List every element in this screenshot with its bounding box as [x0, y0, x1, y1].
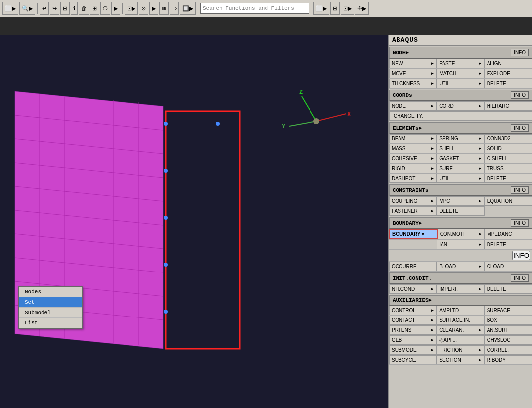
viewport-3d[interactable]: Z X Y FIL ⊞ ⟳ ⊟ ▦ ≡: [0, 35, 388, 408]
section-coords: COORDs INFO: [389, 90, 532, 101]
constr-mpc-btn[interactable]: MPC ►: [437, 196, 484, 206]
node-info-btn[interactable]: INFO: [511, 49, 529, 56]
boundary-row-1: BOUNDARY▼ CON.MOTI► MPEDANC: [389, 229, 532, 240]
aux-ampltd-btn[interactable]: AMPLTD: [437, 306, 484, 315]
toolbar-info[interactable]: ℹ: [71, 2, 78, 15]
section-initcondit: INIT.CONDIT. INFO: [389, 272, 532, 284]
aux-section-btn[interactable]: SECTION►: [437, 355, 484, 364]
toolbar-btn-5[interactable]: ⎔: [100, 2, 110, 15]
elements-info-btn[interactable]: INFO: [511, 124, 529, 132]
init-nitcond-btn[interactable]: NIT.COND►: [389, 284, 437, 294]
toolbar-undo[interactable]: ↩: [40, 2, 49, 15]
toolbar-btn-12[interactable]: 🔲▶: [180, 2, 196, 15]
elem-dashpot-btn[interactable]: DASHPOT►: [389, 174, 437, 183]
boundary-delete-btn[interactable]: DELETE: [485, 240, 532, 249]
node-thickness-btn[interactable]: THICKNESS►: [389, 79, 437, 88]
toolbar-btn-11[interactable]: ⇒: [170, 2, 179, 15]
toolbar-btn-3[interactable]: ⊟: [60, 2, 70, 15]
boundary-bload-btn[interactable]: BLOAD ►: [437, 262, 484, 271]
toolbar-btn-6[interactable]: ▶: [111, 2, 120, 15]
init-imperf-btn[interactable]: IMPERF. ►: [437, 284, 484, 294]
elem-conn3d2-btn[interactable]: CONN3D2: [485, 134, 532, 143]
aux-correl-btn[interactable]: CORREL.: [485, 345, 532, 355]
aux-ansurf-btn[interactable]: AN.SURF: [485, 325, 532, 335]
aux-apf-btn[interactable]: ◎APF...: [437, 335, 484, 345]
toolbar-btn-7[interactable]: ⊡▶: [125, 2, 138, 15]
init-delete-btn[interactable]: DELETE: [485, 284, 532, 294]
toolbar-view-3[interactable]: ⊡▶: [341, 2, 354, 15]
node-align-btn[interactable]: ALIGN: [485, 59, 532, 68]
elem-solid-btn[interactable]: SOLID: [485, 144, 532, 153]
aux-surfacein-btn[interactable]: SURFACE IN.: [437, 316, 484, 325]
boundary-conmoti-btn[interactable]: CON.MOTI►: [438, 229, 485, 239]
node-new-btn[interactable]: NEW ►: [389, 59, 437, 68]
boundary-mpedanc-btn[interactable]: MPEDANC: [485, 229, 532, 239]
constr-equation-btn[interactable]: EQUATION: [485, 196, 532, 206]
constr-delete-btn[interactable]: DELETE: [437, 206, 484, 216]
elem-truss-btn[interactable]: TRUSS: [485, 164, 532, 173]
boundary-cload-btn[interactable]: CLOAD: [485, 262, 532, 271]
boundary-boundary-btn[interactable]: BOUNDARY▼: [389, 229, 438, 239]
aux-subcycl-btn[interactable]: SUBCYCL.: [389, 355, 437, 364]
aux-friction-btn[interactable]: FRICTION►: [437, 345, 484, 355]
elem-rigid-btn[interactable]: RIGID ►: [389, 164, 437, 173]
aux-prtens-btn[interactable]: PRTENS ►: [389, 325, 437, 335]
elem-spring-btn[interactable]: SPRING ►: [437, 134, 484, 143]
toolbar-btn-10[interactable]: ≋: [159, 2, 169, 15]
aux-surface-btn[interactable]: SURFACE: [485, 306, 532, 315]
aux-ghsloc-btn[interactable]: GH?SLOC: [485, 335, 532, 345]
elem-beam-btn[interactable]: BEAM ►: [389, 134, 437, 143]
aux-contact-btn[interactable]: CONTACT►: [389, 316, 437, 325]
coords-node-btn[interactable]: NODE ►: [389, 101, 437, 111]
toolbar-btn-4[interactable]: ⊞: [90, 2, 99, 15]
aux-clearan-btn[interactable]: CLEARAN.►: [437, 325, 484, 335]
coords-cord-btn[interactable]: CORD ►: [437, 101, 484, 111]
elem-surf-btn[interactable]: SURF ►: [437, 164, 484, 173]
aux-control-btn[interactable]: CONTROL►: [389, 306, 437, 315]
section-node-label: NODE►: [393, 50, 409, 56]
elem-mass-btn[interactable]: MASS ►: [389, 144, 437, 153]
elem-util2-btn[interactable]: UTIL ►: [437, 174, 484, 183]
section-elements-label: ELEMENTs►: [393, 125, 422, 131]
toolbar-view-2[interactable]: ⊞: [330, 2, 340, 15]
aux-box-btn[interactable]: BOX: [485, 316, 532, 325]
boundary-ian-btn[interactable]: IAN ►: [437, 240, 484, 249]
boundary-occur-btn[interactable]: OCCURRE: [389, 262, 437, 271]
node-move-btn[interactable]: MOVE ►: [389, 69, 437, 78]
node-match-btn[interactable]: MATCH ►: [437, 69, 484, 78]
node-delete-btn[interactable]: DELETE: [485, 79, 532, 88]
toolbar-btn-2[interactable]: 🔍▶: [19, 2, 35, 15]
node-explode-btn[interactable]: EXPLODE: [485, 69, 532, 78]
aux-geb-btn[interactable]: GEB ►: [389, 335, 437, 345]
toolbar-btn-8[interactable]: ⊘: [139, 2, 148, 15]
aux-submode-btn[interactable]: SUBMODE►: [389, 345, 437, 355]
elem-delete-btn[interactable]: DELETE: [485, 174, 532, 183]
toolbar-view-1[interactable]: ⬜▶: [313, 2, 329, 15]
elem-gasket-btn[interactable]: GASKET ►: [437, 154, 484, 163]
elem-shell-btn[interactable]: SHELL ►: [437, 144, 484, 153]
constraints-row-1: COUPLING► MPC ► EQUATION: [389, 196, 532, 206]
search-input[interactable]: [200, 3, 309, 14]
toolbar-btn-9[interactable]: ▶: [149, 2, 158, 15]
constr-coupling-btn[interactable]: COUPLING►: [389, 196, 437, 206]
toolbar-btn-1[interactable]: ⬜▶: [2, 2, 18, 15]
elem-cshell-btn[interactable]: C.SHELL: [485, 154, 532, 163]
elements-row-5: DASHPOT► UTIL ► DELETE: [389, 174, 532, 183]
coords-hierarc-btn[interactable]: HIERARC: [485, 101, 532, 111]
boundary-extra-info-btn[interactable]: INFO: [512, 251, 530, 260]
toolbar-view-4[interactable]: ☩▶: [355, 2, 369, 15]
toolbar-redo[interactable]: ↪: [50, 2, 59, 15]
toolbar-delete[interactable]: 🗑: [79, 2, 89, 15]
elements-row-1: BEAM ► SPRING ► CONN3D2: [389, 134, 532, 144]
initcondit-info-btn[interactable]: INFO: [511, 274, 529, 282]
elem-cohesive-btn[interactable]: COHESIVE►: [389, 154, 437, 163]
boundary-info-btn[interactable]: INFO: [511, 219, 529, 227]
coords-change-btn[interactable]: CHANGE TY.: [389, 111, 532, 121]
constraints-info-btn[interactable]: INFO: [511, 186, 529, 194]
section-constraints: CONSTRAINTs INFO: [389, 184, 532, 196]
coords-info-btn[interactable]: INFO: [511, 91, 529, 99]
constr-fastener-btn[interactable]: FASTENER►: [389, 206, 437, 216]
node-paste-btn[interactable]: PASTE ►: [437, 59, 484, 68]
node-util-btn[interactable]: UTIL ►: [437, 79, 484, 88]
aux-rbody-btn[interactable]: R.BODY: [485, 355, 532, 364]
